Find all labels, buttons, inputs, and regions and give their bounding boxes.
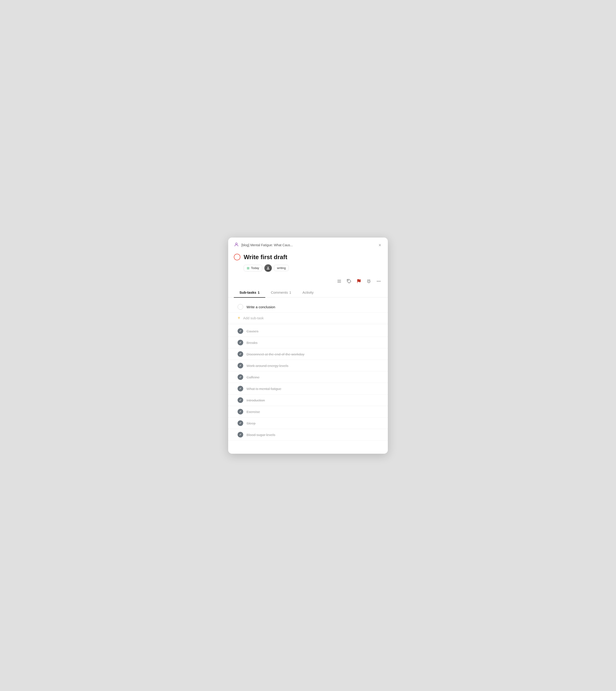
completed-task-caffeine[interactable]: ✓ Caffeine — [228, 372, 388, 383]
flag-icon[interactable] — [355, 278, 362, 285]
completed-label: What is mental fatigue — [246, 387, 281, 391]
checkmark-icon: ✓ — [239, 387, 242, 390]
svg-line-9 — [370, 279, 370, 280]
completed-label: Breaks — [246, 341, 258, 345]
task-title-section: Write first draft — [228, 251, 388, 264]
completed-label: Sleep — [246, 421, 256, 425]
calendar-icon: ⊞ — [247, 266, 249, 270]
check-circle: ✓ — [238, 409, 243, 415]
check-circle: ✓ — [238, 374, 243, 380]
checkmark-icon: ✓ — [239, 352, 242, 356]
toolbar — [228, 276, 388, 288]
avatar-image — [265, 265, 271, 272]
svg-point-0 — [236, 243, 237, 244]
completed-label: Exercise — [246, 410, 260, 414]
completed-task-mental-fatigue[interactable]: ✓ What is mental fatigue — [228, 383, 388, 395]
list-icon[interactable] — [336, 278, 343, 285]
check-circle: ✓ — [238, 351, 243, 357]
header-left: [blog] Mental Fatigue: What Caus... — [234, 242, 293, 248]
tab-subtasks-label: Sub-tasks — [239, 290, 256, 294]
check-circle: ✓ — [238, 363, 243, 369]
check-circle: ✓ — [238, 386, 243, 392]
svg-point-11 — [378, 281, 379, 281]
check-circle: ✓ — [238, 328, 243, 334]
tab-activity[interactable]: Activity — [297, 288, 319, 298]
tag-icon[interactable] — [346, 278, 353, 285]
svg-point-12 — [380, 281, 380, 281]
completed-label: Blood sugar levels — [246, 433, 276, 437]
alarm-icon[interactable] — [365, 278, 372, 285]
tab-subtasks[interactable]: Sub-tasks 1 — [234, 288, 265, 298]
checkmark-icon: ✓ — [239, 341, 242, 344]
add-subtask-label: Add sub-task — [243, 316, 264, 320]
due-date-label: Today — [251, 266, 259, 270]
completed-task-disconnect[interactable]: ✓ Disconnect at the end of the workday — [228, 349, 388, 360]
task-status-circle[interactable] — [234, 254, 240, 260]
subtasks-content: Write a conclusion + Add sub-task ✓ Caus… — [228, 297, 388, 454]
completed-label: Work around energy levels — [246, 364, 288, 368]
svg-point-1 — [267, 267, 269, 268]
completed-task-sleep[interactable]: ✓ Sleep — [228, 418, 388, 429]
completed-task-energy[interactable]: ✓ Work around energy levels — [228, 360, 388, 372]
subtask-checkbox[interactable] — [238, 304, 243, 310]
tag-pill[interactable]: writing — [274, 265, 289, 271]
plus-icon: + — [238, 316, 240, 320]
completed-label: Disconnect at the end of the workday — [246, 352, 305, 356]
completed-task-causes[interactable]: ✓ Causes — [228, 326, 388, 337]
breadcrumb: [blog] Mental Fatigue: What Caus... — [241, 243, 293, 247]
modal-header: [blog] Mental Fatigue: What Caus... × — [228, 237, 388, 251]
tabs: Sub-tasks 1 Comments 1 Activity — [228, 288, 388, 298]
checkmark-icon: ✓ — [239, 433, 242, 436]
tab-comments-label: Comments — [271, 290, 288, 294]
check-circle: ✓ — [238, 340, 243, 346]
svg-point-5 — [348, 280, 349, 280]
svg-line-8 — [368, 279, 368, 280]
user-icon — [234, 242, 239, 248]
completed-task-breaks[interactable]: ✓ Breaks — [228, 337, 388, 349]
svg-point-10 — [377, 281, 378, 281]
task-meta: ⊞ Today writing — [228, 264, 388, 276]
subtask-item[interactable]: Write a conclusion — [228, 301, 388, 313]
checkmark-icon: ✓ — [239, 398, 242, 402]
more-icon[interactable] — [375, 278, 382, 285]
check-circle: ✓ — [238, 432, 243, 438]
close-icon: × — [378, 243, 381, 248]
tab-subtasks-count: 1 — [258, 291, 260, 294]
checkmark-icon: ✓ — [239, 410, 242, 413]
completed-label: Causes — [246, 329, 259, 333]
checkmark-icon: ✓ — [239, 375, 242, 379]
subtask-label: Write a conclusion — [246, 305, 275, 309]
due-date-pill[interactable]: ⊞ Today — [244, 265, 262, 271]
completed-label: Caffeine — [246, 375, 260, 379]
task-modal: [blog] Mental Fatigue: What Caus... × Wr… — [228, 237, 388, 454]
completed-task-introduction[interactable]: ✓ Introduction — [228, 395, 388, 406]
check-circle: ✓ — [238, 397, 243, 403]
tag-label: writing — [277, 266, 286, 270]
tab-comments-count: 1 — [289, 291, 291, 294]
checkmark-icon: ✓ — [239, 329, 242, 333]
checkmark-icon: ✓ — [239, 364, 242, 367]
task-title: Write first draft — [244, 253, 287, 261]
completed-task-exercise[interactable]: ✓ Exercise — [228, 406, 388, 418]
check-circle: ✓ — [238, 420, 243, 426]
tab-comments[interactable]: Comments 1 — [265, 288, 297, 298]
close-button[interactable]: × — [377, 242, 382, 248]
tab-activity-label: Activity — [302, 290, 314, 294]
completed-label: Introduction — [246, 398, 265, 402]
completed-task-blood-sugar[interactable]: ✓ Blood sugar levels — [228, 429, 388, 441]
add-subtask-button[interactable]: + Add sub-task — [228, 313, 388, 323]
divider — [228, 324, 388, 324]
checkmark-icon: ✓ — [239, 421, 242, 425]
assignee-avatar[interactable] — [264, 264, 272, 272]
